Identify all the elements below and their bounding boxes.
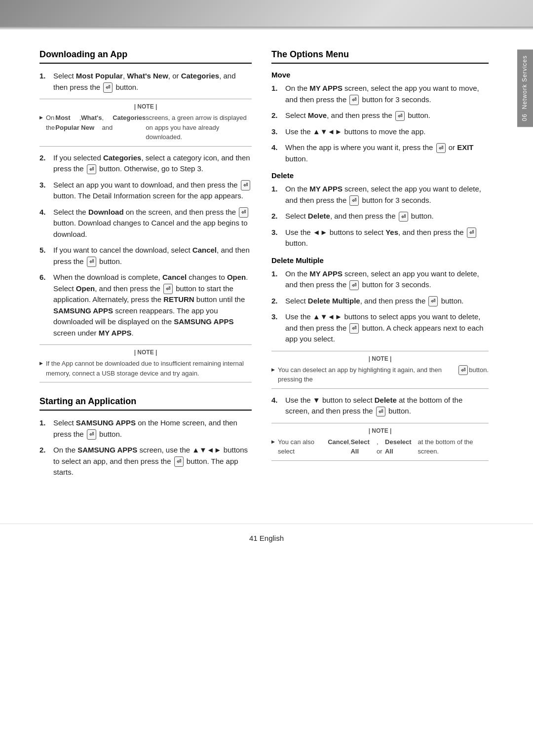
delete-multiple-subsection: Delete Multiple On the MY APPS screen, s… xyxy=(271,256,489,461)
enter-button-icon: ⏎ xyxy=(87,429,96,440)
del-multi-note-label-2: | NOTE | xyxy=(271,427,489,434)
sidebar-chapter-label: 06 Network Services xyxy=(517,49,533,127)
move-step-2: Select Move, and then press the ⏎ button… xyxy=(271,110,489,121)
page-number: 41 xyxy=(249,534,258,542)
top-decorative-bar xyxy=(0,0,533,30)
note-box-2: | NOTE | If the App cannot be downloaded… xyxy=(39,344,252,382)
start-step-1: Select SAMSUNG APPS on the Home screen, … xyxy=(39,417,252,440)
del-multi-step-2: Select Delete Multiple, and then press t… xyxy=(271,296,489,307)
step-3: Select an app you want to download, and … xyxy=(39,180,252,202)
enter-button-icon: ⏎ xyxy=(349,280,359,291)
enter-button-icon: ⏎ xyxy=(395,111,405,121)
note-item-2: If the App cannot be downloaded due to i… xyxy=(39,359,252,378)
enter-button-icon: ⏎ xyxy=(163,284,173,294)
enter-button-icon: ⏎ xyxy=(376,407,385,417)
step-4: Select the Download on the screen, and t… xyxy=(39,207,252,240)
del-multi-step-3: Use the ▲▼◄► buttons to select apps you … xyxy=(271,311,489,345)
move-title: Move xyxy=(271,71,489,79)
move-step-4: When the app is where you want it, press… xyxy=(271,142,489,164)
enter-button-icon: ⏎ xyxy=(174,456,184,467)
note-label-2: | NOTE | xyxy=(39,349,252,356)
del-multi-note-1: | NOTE | You can deselect an app by high… xyxy=(271,351,489,389)
move-step-1: On the MY APPS screen, select the app yo… xyxy=(271,83,489,105)
downloading-app-section: Downloading an App Select Most Popular, … xyxy=(39,49,252,382)
enter-button-icon: ⏎ xyxy=(239,207,248,218)
del-multi-step-4: Use the ▼ button to select Delete at the… xyxy=(271,395,489,417)
note-item-1: On the Most Popular, What's New, and Cat… xyxy=(39,113,252,142)
delete-steps: On the MY APPS screen, select the app yo… xyxy=(271,184,489,249)
starting-app-title: Starting an Application xyxy=(39,396,252,411)
enter-button-icon: ⏎ xyxy=(458,365,468,376)
del-multi-note-item-2: You can also select Cancel, Select All, … xyxy=(271,437,489,456)
delete-multiple-steps: On the MY APPS screen, select an app you… xyxy=(271,268,489,345)
del-multi-note-2: | NOTE | You can also select Cancel, Sel… xyxy=(271,423,489,461)
left-column: Downloading an App Select Most Popular, … xyxy=(39,49,252,484)
move-subsection: Move On the MY APPS screen, select the a… xyxy=(271,71,489,164)
step-6: When the download is complete, Cancel ch… xyxy=(39,272,252,339)
page-footer: 41 English xyxy=(0,524,533,557)
enter-button-icon: ⏎ xyxy=(103,82,113,93)
delete-multiple-steps-cont: Use the ▼ button to select Delete at the… xyxy=(271,395,489,417)
enter-button-icon: ⏎ xyxy=(428,296,438,306)
enter-button-icon: ⏎ xyxy=(87,257,96,267)
del-multi-note-label-1: | NOTE | xyxy=(271,355,489,362)
downloading-app-steps: Select Most Popular, What's New, or Cate… xyxy=(39,71,252,93)
enter-button-icon: ⏎ xyxy=(436,143,446,153)
enter-button-icon: ⏎ xyxy=(467,227,476,238)
note-box-1: | NOTE | On the Most Popular, What's New… xyxy=(39,99,252,147)
starting-app-steps: Select SAMSUNG APPS on the Home screen, … xyxy=(39,417,252,478)
start-step-2: On the SAMSUNG APPS screen, use the ▲▼◄►… xyxy=(39,445,252,478)
options-menu-title: The Options Menu xyxy=(271,49,489,64)
downloading-app-title: Downloading an App xyxy=(39,49,252,64)
page-language: English xyxy=(260,534,284,542)
enter-button-icon: ⏎ xyxy=(349,323,359,334)
enter-button-icon: ⏎ xyxy=(349,95,359,105)
starting-app-section: Starting an Application Select SAMSUNG A… xyxy=(39,396,252,478)
note-label-1: | NOTE | xyxy=(39,103,252,110)
delete-subsection: Delete On the MY APPS screen, select the… xyxy=(271,171,489,249)
enter-button-icon: ⏎ xyxy=(87,164,96,175)
delete-step-2: Select Delete, and then press the ⏎ butt… xyxy=(271,211,489,222)
delete-title: Delete xyxy=(271,171,489,180)
step-5: If you want to cancel the download, sele… xyxy=(39,245,252,267)
del-multi-step-1: On the MY APPS screen, select an app you… xyxy=(271,268,489,291)
move-step-3: Use the ▲▼◄► buttons to move the app. xyxy=(271,126,489,138)
downloading-app-steps-cont: If you selected Categories, select a cat… xyxy=(39,152,252,339)
step-1: Select Most Popular, What's New, or Cate… xyxy=(39,71,252,93)
delete-step-1: On the MY APPS screen, select the app yo… xyxy=(271,184,489,206)
del-multi-note-item-1: You can deselect an app by highlighting … xyxy=(271,365,489,384)
delete-multiple-title: Delete Multiple xyxy=(271,256,489,265)
step-2: If you selected Categories, select a cat… xyxy=(39,152,252,175)
main-content: Downloading an App Select Most Popular, … xyxy=(0,30,533,514)
enter-button-icon: ⏎ xyxy=(241,180,250,190)
move-steps: On the MY APPS screen, select the app yo… xyxy=(271,83,489,164)
enter-button-icon: ⏎ xyxy=(349,195,359,206)
right-column: The Options Menu Move On the MY APPS scr… xyxy=(271,49,489,484)
delete-step-3: Use the ◄► buttons to select Yes, and th… xyxy=(271,227,489,249)
enter-button-icon: ⏎ xyxy=(399,212,408,222)
